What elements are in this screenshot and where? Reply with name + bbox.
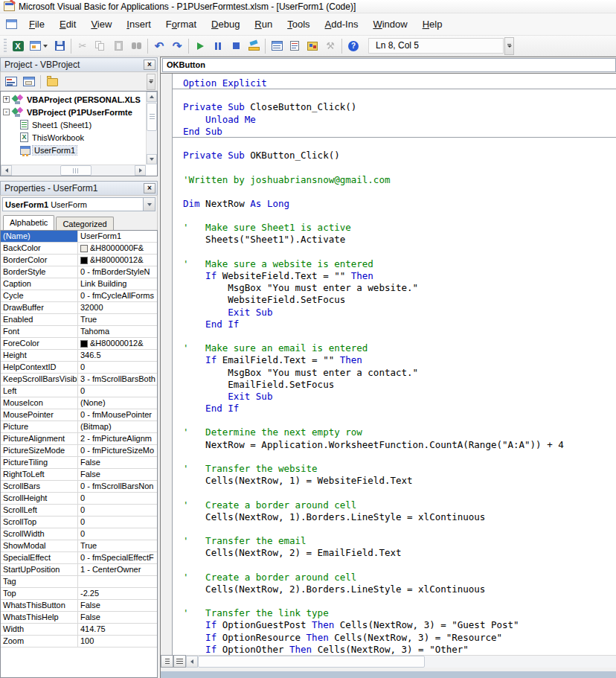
tree-item-userform1[interactable]: UserForm1	[1, 144, 146, 156]
code-line[interactable]: ' Transfer the link type	[173, 607, 616, 619]
property-value[interactable]: False	[78, 457, 157, 468]
properties-window-button[interactable]	[286, 37, 304, 54]
view-code-button[interactable]	[2, 74, 20, 89]
property-value[interactable]: (Bitmap)	[78, 421, 157, 432]
property-value[interactable]: 0	[78, 517, 157, 528]
property-value[interactable]: Link Building	[78, 278, 157, 290]
property-value[interactable]: -2.25	[78, 588, 157, 599]
menu-tools[interactable]: Tools	[280, 16, 317, 33]
property-value[interactable]: 0 - fmMousePointer	[78, 409, 157, 420]
property-row-left[interactable]: Left0	[1, 386, 157, 397]
property-row-picturetiling[interactable]: PictureTilingFalse	[1, 457, 157, 469]
combo-dropdown-icon[interactable]	[143, 198, 155, 211]
code-line[interactable]: ' Transfer the website	[173, 463, 616, 475]
code-line[interactable]: Cells(NextRow, 2).Borders.LineStyle = xl…	[173, 583, 616, 595]
property-row-scrollwidth[interactable]: ScrollWidth0	[1, 528, 157, 540]
property-value[interactable]: True	[78, 540, 157, 551]
procedure-view-button[interactable]	[161, 655, 173, 668]
code-line[interactable]	[173, 186, 616, 198]
property-row-tag[interactable]: Tag	[1, 576, 157, 588]
project-tree-vscrollbar[interactable]	[146, 92, 157, 164]
scroll-right-icon[interactable]	[135, 165, 146, 176]
save-button[interactable]	[51, 37, 68, 54]
property-value[interactable]: 1 - CenterOwner	[78, 564, 157, 575]
property-value[interactable]: 0 - fmScrollBarsNon	[78, 481, 157, 492]
code-line[interactable]: If WebsiteField.Text = "" Then	[173, 270, 616, 282]
property-value[interactable]: 346.5	[78, 350, 157, 361]
code-line[interactable]: Dim NextRow As Long	[173, 198, 616, 210]
code-line[interactable]: Cells(NextRow, 2) = EmailField.Text	[173, 547, 616, 559]
property-value[interactable]: 0 - fmSpecialEffectF	[78, 552, 157, 563]
code-line[interactable]	[173, 415, 616, 426]
code-line[interactable]	[173, 523, 616, 535]
code-line[interactable]: ' Create a border around cell	[173, 572, 616, 583]
code-line[interactable]	[173, 560, 616, 572]
code-line[interactable]: ' Create a border around cell	[173, 499, 616, 511]
code-line[interactable]: Unload Me	[173, 114, 616, 126]
property-row-forecolor[interactable]: ForeColor&H80000012&	[1, 338, 157, 350]
code-line[interactable]: If EmailField.Text = "" Then	[173, 354, 616, 366]
menu-addins[interactable]: Add-Ins	[318, 16, 366, 33]
code-line[interactable]: If OptionOther Then Cells(NextRow, 3) = …	[173, 644, 616, 655]
property-row-width[interactable]: Width414.75	[1, 624, 157, 636]
menu-help[interactable]: Help	[415, 16, 450, 33]
code-line[interactable]: If OptionResource Then Cells(NextRow, 3)…	[173, 632, 616, 644]
code-margin-indicator-bar[interactable]	[161, 74, 173, 655]
property-row-scrollheight[interactable]: ScrollHeight0	[1, 493, 157, 505]
property-row-whatsthisbutton[interactable]: WhatsThisButtonFalse	[1, 600, 157, 612]
properties-object-selector[interactable]: UserForm1 UserForm	[2, 197, 155, 211]
property-value[interactable]: 0	[78, 362, 157, 373]
property-row-picturealignment[interactable]: PictureAlignment2 - fmPictureAlignm	[1, 433, 157, 445]
tree-expander-icon[interactable]: -	[3, 109, 10, 115]
property-value[interactable]: False	[78, 612, 157, 623]
property-value[interactable]: 32000	[78, 302, 157, 313]
property-value[interactable]: Tahoma	[78, 326, 157, 337]
menu-format[interactable]: Format	[158, 16, 204, 33]
insert-userform-button[interactable]	[27, 37, 51, 54]
property-value[interactable]: 3 - fmScrollBarsBoth	[78, 374, 157, 385]
properties-panel-close-button[interactable]: ×	[144, 183, 155, 194]
break-button[interactable]	[209, 37, 227, 54]
property-value[interactable]: False	[78, 600, 157, 611]
property-row-cycle[interactable]: Cycle0 - fmCycleAllForms	[1, 290, 157, 302]
code-line[interactable]: If OptionGuestPost Then Cells(NextRow, 3…	[173, 619, 616, 631]
dropdown-caret-icon[interactable]	[43, 45, 48, 48]
view-object-button[interactable]	[20, 74, 38, 89]
property-row-font[interactable]: FontTahoma	[1, 326, 157, 338]
property-row-bordercolor[interactable]: BorderColor&H80000012&	[1, 255, 157, 266]
code-line[interactable]	[173, 138, 616, 150]
code-line[interactable]: End Sub	[173, 126, 616, 138]
property-row-scrollleft[interactable]: ScrollLeft0	[1, 505, 157, 517]
tree-expander-icon[interactable]: +	[3, 96, 10, 103]
property-value[interactable]: False	[78, 469, 157, 480]
property-row-keepscrollbarsvisible[interactable]: KeepScrollBarsVisible3 - fmScrollBarsBot…	[1, 374, 157, 386]
code-line[interactable]	[173, 161, 616, 173]
code-line[interactable]	[173, 210, 616, 222]
property-row-drawbuffer[interactable]: DrawBuffer32000	[1, 302, 157, 314]
property-row-mouseicon[interactable]: MouseIcon(None)	[1, 397, 157, 409]
property-value[interactable]: 100	[78, 636, 157, 647]
code-line[interactable]: Exit Sub	[173, 307, 616, 319]
property-value[interactable]: 0 - fmCycleAllForms	[78, 290, 157, 301]
toolbar-grip[interactable]	[4, 39, 7, 54]
property-row-whatsthishelp[interactable]: WhatsThisHelpFalse	[1, 612, 157, 624]
property-value[interactable]: 414.75	[78, 624, 157, 635]
object-browser-button[interactable]	[304, 37, 321, 54]
property-value[interactable]: True	[78, 314, 157, 325]
tab-categorized[interactable]: Categorized	[56, 217, 113, 230]
code-line[interactable]	[173, 487, 616, 499]
property-value[interactable]: &H80000012&	[78, 338, 157, 349]
code-line[interactable]: Exit Sub	[173, 391, 616, 403]
property-value[interactable]: (None)	[78, 397, 157, 409]
undo-button[interactable]: ↶	[150, 37, 168, 54]
menu-edit[interactable]: Edit	[52, 16, 83, 33]
property-row-righttoleft[interactable]: RightToLeftFalse	[1, 469, 157, 481]
property-row-caption[interactable]: CaptionLink Building	[1, 278, 157, 290]
property-value[interactable]	[78, 576, 157, 587]
property-row-picture[interactable]: Picture(Bitmap)	[1, 421, 157, 433]
code-line[interactable]: End If	[173, 403, 616, 415]
project-tree-hscrollbar[interactable]	[1, 164, 146, 176]
property-row-name[interactable]: (Name)UserForm1	[1, 231, 157, 243]
property-row-helpcontextid[interactable]: HelpContextID0	[1, 362, 157, 374]
full-module-view-button[interactable]	[173, 655, 186, 668]
